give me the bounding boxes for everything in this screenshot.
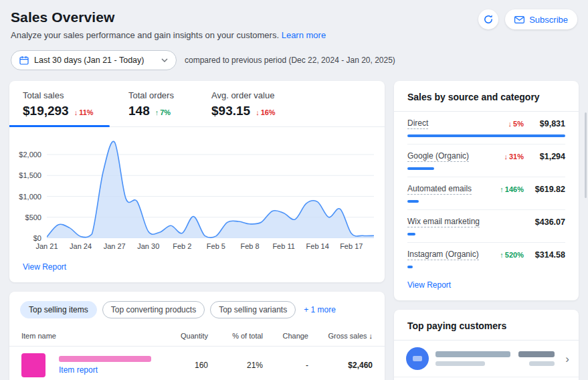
source-label[interactable]: Automated emails [407,184,472,195]
x-tick-label: Jan 24 [70,242,92,250]
sales-stats-card: Total sales $19,293 ↓11% Total orders 14… [9,81,385,282]
scrollbar-thumb[interactable] [585,112,587,198]
refresh-button[interactable] [478,9,498,29]
source-amount: $436.07 [530,217,565,227]
col-change: Change [271,332,308,340]
more-tabs-link[interactable]: + 1 more [304,305,336,314]
table-tabs: Top selling items Top converting product… [9,292,385,326]
subtitle-text: Analyze your sales performance and gain … [11,30,279,40]
subscribe-label: Subscribe [529,15,568,25]
customers-card-title: Top paying customers [394,310,579,341]
table-row: Item report 160 21% - $2,460 [9,347,385,380]
redacted-customer-name [435,351,510,357]
x-tick-label: Feb 8 [240,242,259,250]
table-header: Item name Quantity % of total Change Gro… [9,326,385,347]
redacted-item-name [59,356,151,362]
customer-row[interactable]: › [394,341,579,377]
sales-chart: $0$500$1,000$1,500$2,000 [9,127,385,238]
cell-pct-of-total: 21% [216,361,263,370]
stat-value: $93.15 [211,104,250,118]
source-label[interactable]: Direct [407,118,428,129]
item-thumbnail [21,353,45,377]
cell-change: - [271,361,308,370]
redacted-customer-location [435,361,485,366]
calendar-icon [19,56,29,65]
date-range-select[interactable]: Last 30 days (Jan 21 - Today) [11,50,177,70]
source-label[interactable]: Wix email marketing [407,217,480,227]
customer-amount-redacted [518,351,555,366]
change-badge: ↑7% [155,108,171,116]
item-name-cell: Item report [59,356,153,375]
y-tick-label: $500 [25,213,41,221]
source-amount: $1,294 [530,152,565,161]
chart-x-axis: Jan 21Jan 24Jan 27Jan 30Feb 2Feb 5Feb 8F… [47,242,374,256]
item-report-link[interactable]: Item report [59,365,153,375]
customer-avatar [406,347,429,370]
tab-top-selling-items[interactable]: Top selling items [20,301,97,318]
redacted-amount-sub [529,361,555,366]
source-bar [407,167,565,170]
stat-avg-order-value[interactable]: Avg. order value $93.15 ↓16% [211,90,276,118]
stat-label: Avg. order value [211,90,276,100]
cell-gross-sales: $2,460 [316,361,373,370]
date-range-value: Last 30 days (Jan 21 - Today) [34,56,144,65]
source-label[interactable]: Instagram (Organic) [407,250,479,260]
cell-quantity: 160 [161,361,208,370]
learn-more-link[interactable]: Learn more [282,30,326,40]
page-subtitle: Analyze your sales performance and gain … [11,30,577,40]
stat-value: $19,293 [23,104,69,118]
y-tick-label: $0 [33,234,41,242]
sources-view-report-link[interactable]: View Report [407,280,451,290]
subscribe-button[interactable]: Subscribe [505,9,577,29]
col-gross-label: Gross sales [328,332,367,340]
tab-top-selling-variants[interactable]: Top selling variants [210,301,296,318]
x-tick-label: Jan 27 [104,242,126,250]
source-row-direct: Direct ↓5% $9,831 [407,112,565,145]
source-bar [407,233,565,235]
header-actions: Subscribe [478,9,577,29]
y-tick-label: $1,000 [19,193,41,201]
col-pct-of-total: % of total [216,332,263,340]
sources-card-title: Sales by source and category [394,81,579,112]
right-column: Sales by source and category Direct ↓5% … [394,81,579,380]
stats-tabs: Total sales $19,293 ↓11% Total orders 14… [9,81,385,127]
source-bar [407,134,565,137]
tab-top-converting-products[interactable]: Top converting products [102,301,205,318]
source-bar [407,200,565,203]
x-tick-label: Feb 17 [340,242,363,250]
change-badge: ↓16% [256,108,276,116]
change-badge: ↓31% [504,153,524,161]
x-tick-label: Feb 14 [306,242,329,250]
view-report-link[interactable]: View Report [23,262,66,272]
stat-label: Total sales [23,90,128,100]
sort-descending-icon: ↓ [369,332,373,340]
top-selling-card: Top selling items Top converting product… [9,292,385,380]
col-item-name: Item name [21,332,153,340]
chart-y-axis: $0$500$1,000$1,500$2,000 [15,138,47,238]
customer-info-redacted [435,351,510,366]
redacted-amount [518,351,555,357]
left-column: Total sales $19,293 ↓11% Total orders 14… [9,81,385,380]
envelope-icon [514,16,524,23]
source-label[interactable]: Google (Organic) [407,151,469,162]
y-tick-label: $2,000 [19,151,41,159]
source-amount: $9,831 [530,119,565,128]
source-amount: $314.58 [530,250,565,260]
chevron-right-icon: › [565,353,569,365]
chevron-down-icon [161,58,168,62]
change-badge: ↓5% [508,120,524,128]
y-tick-label: $1,500 [19,171,41,179]
compare-period-text: compared to previous period (Dec 22, 202… [185,56,395,65]
sales-chart-svg [47,138,374,238]
change-badge: ↓11% [74,108,94,116]
x-tick-label: Feb 11 [272,242,294,250]
customer-row[interactable]: › [394,377,579,380]
col-gross-sales[interactable]: Gross sales ↓ [316,332,373,340]
stat-value: 148 [128,104,150,118]
source-bar [407,266,565,268]
change-badge: ↑146% [500,185,524,193]
refresh-icon [483,14,494,25]
stat-total-sales[interactable]: Total sales $19,293 ↓11% [23,90,128,118]
stat-total-orders[interactable]: Total orders 148 ↑7% [128,90,211,118]
sales-by-source-card: Sales by source and category Direct ↓5% … [394,81,579,300]
